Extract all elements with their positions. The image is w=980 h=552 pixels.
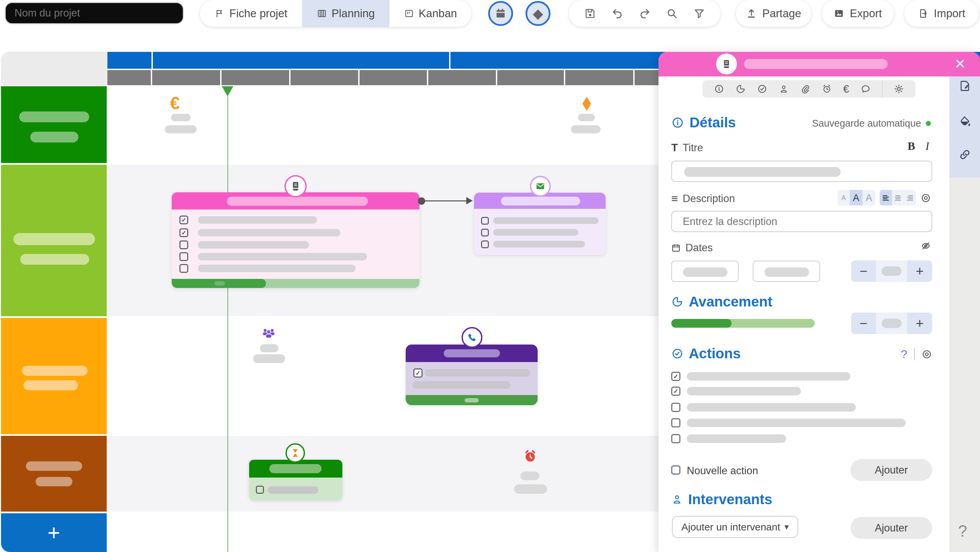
font-size-medium-button[interactable]: A: [850, 190, 862, 206]
plus-button[interactable]: +: [907, 313, 932, 334]
checkbox-checked[interactable]: ✓: [180, 228, 188, 237]
diamond-milestone-icon[interactable]: ◆: [582, 93, 591, 111]
checkbox-unchecked[interactable]: [481, 241, 489, 248]
visibility-icon[interactable]: [921, 349, 932, 360]
share-button[interactable]: Partage: [736, 0, 811, 27]
progress-handle[interactable]: [215, 281, 225, 286]
checkbox-unchecked[interactable]: [481, 217, 489, 225]
card-progress-bar[interactable]: [406, 395, 538, 405]
chat-icon[interactable]: [861, 84, 870, 94]
tab-fiche-projet[interactable]: Fiche projet: [200, 0, 302, 27]
timeline-week-cell[interactable]: [360, 70, 427, 85]
tab-kanban[interactable]: Kanban: [390, 0, 471, 27]
plus-button[interactable]: +: [907, 260, 932, 282]
checkbox-unchecked[interactable]: [180, 241, 188, 249]
save-icon[interactable]: [584, 7, 596, 19]
task-card-purple[interactable]: ✓: [406, 345, 538, 405]
export-button[interactable]: Export: [822, 0, 894, 27]
timeline-week-cell[interactable]: [291, 70, 358, 85]
milestone-toggle-button[interactable]: ◆: [525, 1, 550, 26]
sidebar-row-1[interactable]: [1, 86, 107, 163]
search-icon[interactable]: [666, 7, 678, 19]
checkbox-checked[interactable]: ✓: [180, 215, 188, 224]
new-action-checkbox[interactable]: [671, 466, 680, 475]
sidebar-row-3[interactable]: [1, 318, 107, 434]
checkbox-checked[interactable]: ✓: [414, 369, 423, 378]
timeline-month-segment[interactable]: [153, 52, 449, 69]
align-right-button[interactable]: [904, 190, 916, 206]
task-card-lilac[interactable]: [474, 193, 606, 255]
avancement-progress-bar[interactable]: [671, 319, 815, 328]
start-date-input[interactable]: [671, 261, 739, 282]
eye-off-icon[interactable]: [920, 241, 931, 251]
add-intervenant-button[interactable]: Ajouter: [850, 517, 932, 539]
timeline-week-cell[interactable]: [565, 70, 633, 85]
checkbox-unchecked[interactable]: [256, 486, 264, 494]
undo-icon[interactable]: [611, 7, 624, 19]
close-icon[interactable]: ×: [955, 53, 966, 74]
action-item-placeholder: [687, 403, 856, 412]
sidebar-row-4[interactable]: [1, 436, 107, 512]
font-size-large-button[interactable]: A: [862, 192, 875, 203]
calendar-toggle-button[interactable]: [488, 1, 513, 26]
italic-button[interactable]: I: [926, 140, 929, 153]
help-icon[interactable]: ?: [901, 348, 907, 361]
progress-handle[interactable]: [465, 398, 479, 402]
timeline-week-cell[interactable]: [428, 70, 496, 85]
align-center-button[interactable]: [892, 190, 904, 206]
link-icon[interactable]: [958, 148, 971, 161]
action-checkbox-unchecked[interactable]: [671, 403, 680, 412]
autosave-dot: [926, 121, 931, 126]
end-date-input[interactable]: [753, 261, 820, 282]
action-checkbox-unchecked[interactable]: [671, 434, 680, 443]
minus-button[interactable]: −: [851, 313, 876, 334]
action-checkbox-checked[interactable]: ✓: [671, 387, 680, 396]
add-action-button[interactable]: Ajouter: [850, 459, 932, 481]
align-left-button[interactable]: [880, 190, 892, 206]
action-checkbox-checked[interactable]: ✓: [671, 372, 680, 381]
checkbox-unchecked[interactable]: [481, 229, 489, 236]
description-input[interactable]: [671, 211, 932, 232]
minus-button[interactable]: −: [851, 260, 876, 282]
people-milestone-icon[interactable]: [261, 326, 277, 341]
filter-icon[interactable]: [693, 7, 705, 19]
note-edit-icon[interactable]: [958, 80, 971, 92]
card-progress-bar[interactable]: [172, 279, 420, 288]
alarm-icon[interactable]: [822, 84, 832, 94]
add-row-button[interactable]: +: [1, 513, 107, 552]
paperclip-icon[interactable]: [800, 84, 810, 94]
duration-value[interactable]: [876, 260, 907, 282]
tab-planning[interactable]: Planning: [302, 0, 390, 27]
pie-icon[interactable]: [736, 84, 746, 94]
timeline-month-segment[interactable]: [107, 52, 151, 69]
bold-button[interactable]: B: [908, 140, 915, 153]
paint-bucket-icon[interactable]: [958, 115, 971, 128]
check-circle-icon[interactable]: [757, 84, 767, 94]
timeline-week-cell[interactable]: [221, 70, 289, 85]
font-size-small-button[interactable]: A: [838, 194, 850, 202]
project-name-input[interactable]: [5, 2, 184, 24]
hourglass-icon: [291, 448, 300, 458]
timeline-week-cell[interactable]: [107, 70, 151, 85]
import-button[interactable]: Import: [904, 0, 978, 27]
euro-milestone-icon[interactable]: €: [170, 94, 180, 112]
redo-icon[interactable]: [639, 7, 651, 19]
sidebar-row-2[interactable]: [1, 165, 107, 316]
gear-icon[interactable]: [894, 84, 904, 94]
titre-input[interactable]: [671, 161, 932, 182]
person-icon[interactable]: [779, 84, 789, 94]
euro-icon[interactable]: €: [843, 83, 849, 95]
action-checkbox-unchecked[interactable]: [671, 418, 680, 428]
task-card-green[interactable]: [249, 460, 342, 501]
visibility-icon[interactable]: [920, 193, 931, 203]
checkbox-unchecked[interactable]: [180, 252, 188, 261]
task-card-pink[interactable]: ✓ ✓: [172, 192, 420, 288]
help-icon[interactable]: ?: [958, 522, 967, 540]
info-icon[interactable]: [714, 84, 724, 94]
alarm-milestone-icon[interactable]: [523, 449, 538, 464]
checkbox-unchecked[interactable]: [180, 264, 188, 273]
intervenant-select[interactable]: Ajouter un intervenant ▾: [672, 516, 798, 538]
avancement-value[interactable]: [876, 313, 907, 334]
timeline-week-cell[interactable]: [497, 70, 564, 85]
timeline-week-cell[interactable]: [152, 70, 220, 85]
